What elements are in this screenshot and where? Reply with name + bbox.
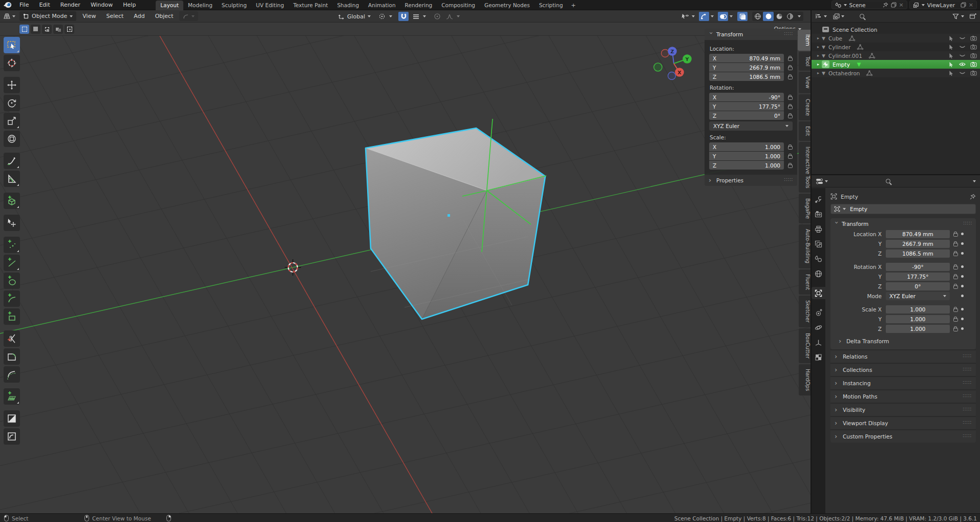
tab-tool[interactable]: Tool — [799, 52, 811, 71]
tool-select-box[interactable] — [4, 37, 20, 53]
select-intersect-icon[interactable] — [65, 25, 74, 34]
shading-rendered-icon[interactable] — [784, 12, 795, 21]
lock-icon[interactable] — [953, 253, 958, 256]
delta-transform-header[interactable]: › Delta Transform — [830, 334, 976, 345]
panel-drag-handle[interactable]: ·········· — [784, 178, 793, 182]
workspace-tab-layout[interactable]: Layout — [156, 1, 183, 10]
editor-type-button[interactable] — [816, 178, 828, 184]
filter-icon[interactable] — [952, 13, 959, 19]
expand-icon[interactable]: ▸ — [815, 36, 822, 40]
workspace-tab-scripting[interactable]: Scripting — [535, 1, 568, 10]
menu-window[interactable]: Window — [86, 1, 117, 9]
pivot-caret[interactable] — [389, 15, 392, 17]
gizmos-caret[interactable] — [711, 15, 714, 17]
snap-toggle[interactable] — [398, 12, 409, 21]
tool-transform[interactable] — [4, 131, 20, 147]
scene-name[interactable]: Scene — [849, 2, 880, 8]
select-extend-icon[interactable] — [31, 25, 40, 34]
menu-help[interactable]: Help — [118, 1, 140, 9]
tab-sketcher[interactable]: Sketcher — [799, 296, 811, 327]
blender-logo-icon[interactable] — [3, 2, 12, 8]
tool-scale[interactable] — [4, 113, 20, 129]
new-collection-icon[interactable] — [969, 13, 976, 19]
workspace-tab-compositing[interactable]: Compositing — [437, 1, 480, 10]
remove-viewlayer-icon[interactable]: × — [969, 2, 973, 8]
transform-panel-header[interactable]: › Transform ·········· — [705, 29, 797, 40]
rotation-mode-dropdown[interactable]: XYZ Euler — [709, 121, 793, 131]
workspace-tab-geometry-nodes[interactable]: Geometry Nodes — [480, 1, 535, 10]
proportional-falloff-icon[interactable] — [444, 12, 455, 21]
rotation-x-field[interactable]: -90° — [886, 263, 950, 271]
workspace-tab-shading[interactable]: Shading — [332, 1, 364, 10]
tool-tweak[interactable] — [4, 215, 20, 231]
rotation-y-field[interactable]: Y177.75° — [709, 102, 784, 111]
hide-icon-closed-eye[interactable] — [959, 36, 966, 40]
workspace-tab-animation[interactable]: Animation — [364, 1, 400, 10]
scene-dropdown-caret[interactable] — [844, 4, 847, 6]
rotation-mode-dropdown[interactable]: XYZ Euler — [886, 292, 950, 300]
outliner-row-empty[interactable]: ▸ Empty ▼ — [812, 60, 980, 69]
menu-select[interactable]: Select — [102, 12, 127, 20]
tool-add-cube[interactable] — [4, 193, 20, 209]
properties-options-caret[interactable] — [973, 180, 976, 182]
panel-drag-handle[interactable]: ·········· — [963, 381, 972, 385]
lock-icon[interactable] — [953, 308, 958, 312]
workspace-tab-rendering[interactable]: Rendering — [400, 1, 437, 10]
lock-icon[interactable] — [788, 57, 793, 61]
lock-icon[interactable] — [788, 155, 793, 159]
proportional-caret[interactable] — [457, 15, 460, 17]
tab-boxcutter[interactable]: BoxCutter — [799, 328, 811, 363]
rotation-y-field[interactable]: 177.75° — [886, 273, 950, 281]
menu-object[interactable]: Object — [151, 12, 178, 20]
gizmos-toggle[interactable] — [699, 12, 709, 21]
animate-dot[interactable] — [961, 295, 964, 297]
object-types-caret[interactable] — [692, 15, 695, 17]
render-visibility-icon[interactable] — [970, 53, 977, 58]
location-y-field[interactable]: 2667.9 mm — [886, 240, 950, 248]
object-name-field[interactable]: Empty — [830, 204, 976, 214]
lock-icon[interactable] — [953, 233, 958, 237]
hide-icon-closed-eye[interactable] — [959, 45, 966, 49]
tab-viewlayer-icon[interactable] — [812, 238, 825, 250]
animate-dot[interactable] — [961, 252, 964, 255]
lock-icon[interactable] — [953, 285, 958, 289]
tab-edit[interactable]: Edit — [799, 121, 811, 140]
tool-add-line[interactable] — [4, 255, 20, 271]
scale-x-field[interactable]: X1.000 — [709, 142, 784, 151]
tool-add-circle[interactable] — [4, 273, 20, 289]
tool-rotate[interactable] — [4, 95, 20, 111]
tool-add-rectangle[interactable] — [4, 308, 20, 325]
expand-icon[interactable]: ▸ — [815, 53, 822, 58]
hide-icon-closed-eye[interactable] — [959, 71, 966, 75]
overlays-caret[interactable] — [730, 15, 733, 17]
render-visibility-icon[interactable] — [970, 70, 977, 76]
lock-icon[interactable] — [953, 243, 958, 246]
tool-add-arc[interactable] — [4, 290, 20, 307]
tool-trim[interactable] — [4, 330, 20, 347]
xray-toggle[interactable] — [737, 12, 748, 21]
tab-physics-icon[interactable] — [812, 321, 825, 333]
mode-selector[interactable]: Object Mode — [19, 11, 76, 21]
tab-scene-icon[interactable] — [812, 253, 825, 265]
lock-icon[interactable] — [788, 96, 793, 100]
outliner-row-octahedron[interactable]: ▸ ▼ Octahedron — [812, 69, 980, 77]
viewlayer-name[interactable]: ViewLayer — [927, 2, 958, 8]
tool-shape[interactable] — [4, 348, 20, 365]
tool-add-grid[interactable] — [4, 388, 20, 405]
lock-icon[interactable] — [788, 115, 793, 118]
snap-settings-icon[interactable] — [411, 12, 421, 21]
tab-object-icon[interactable] — [812, 287, 825, 299]
location-x-field[interactable]: 870.49 mm — [886, 230, 950, 238]
scene-selector[interactable]: Scene × — [832, 1, 907, 9]
tab-texture-icon[interactable] — [812, 351, 825, 363]
panel-drag-handle[interactable]: ·········· — [963, 421, 972, 425]
scale-y-field[interactable]: Y1.000 — [709, 152, 784, 160]
tab-create[interactable]: Create — [799, 94, 811, 120]
navigation-gizmo[interactable]: Z Y X — [654, 47, 692, 79]
render-visibility-icon[interactable] — [970, 61, 977, 67]
tab-auto-building[interactable]: Auto-Building — [799, 224, 811, 268]
lock-icon[interactable] — [953, 328, 958, 331]
scale-x-field[interactable]: 1.000 — [886, 305, 950, 314]
workspace-tab-modeling[interactable]: Modeling — [183, 1, 217, 10]
transform-orientation[interactable]: Global — [338, 13, 371, 20]
